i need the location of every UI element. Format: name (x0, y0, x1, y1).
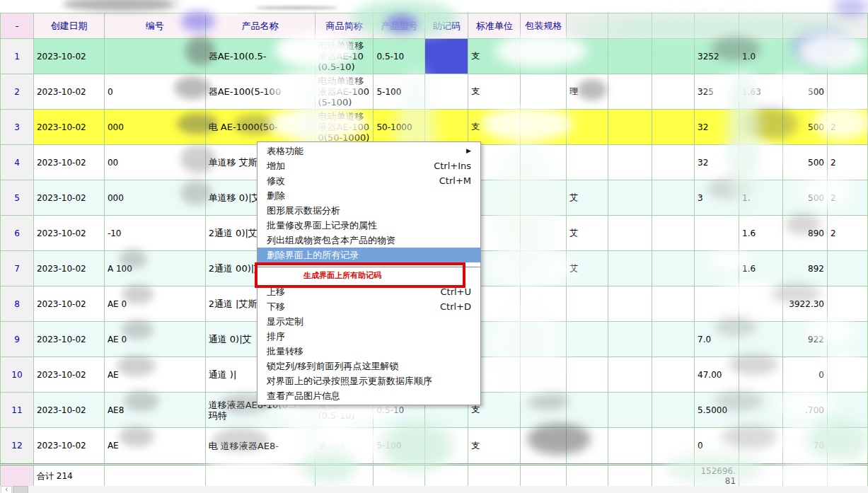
cell-u1[interactable] (567, 39, 608, 74)
cell-code[interactable]: AE (104, 428, 205, 465)
cell-code[interactable]: AE 0 (104, 322, 205, 357)
cell-pack[interactable] (521, 322, 567, 357)
cell-mnemonic[interactable] (425, 74, 468, 110)
cell-u3[interactable] (652, 180, 695, 216)
cell-v2[interactable] (739, 393, 783, 428)
cell-v2[interactable]: 1.0 (739, 39, 783, 74)
context-menu-item-table-functions[interactable]: 表格功能▶ (257, 144, 480, 158)
cell-v2[interactable] (739, 428, 783, 465)
cell-v3[interactable]: 500 (782, 110, 827, 145)
context-menu-item-list-materials[interactable]: 列出组成物资包含本产品的物资 (257, 233, 480, 248)
column-header-v1[interactable] (695, 13, 739, 39)
cell-v1[interactable]: 325 (695, 74, 739, 110)
cell-u2[interactable] (608, 145, 652, 180)
cell-date[interactable]: 2023-10-02 (33, 428, 104, 465)
cell-code[interactable]: 00 (104, 145, 205, 180)
cell-date[interactable]: 2023-10-02 (33, 74, 104, 110)
cell-code[interactable]: AE (104, 357, 205, 393)
cell-model[interactable]: 50-1000 (374, 110, 425, 145)
cell-pack[interactable] (521, 180, 567, 216)
cell-date[interactable]: 2023-10-02 (33, 216, 104, 251)
context-menu-item-move-down[interactable]: 下移Ctrl+D (257, 299, 480, 314)
context-menu-item-generate-mnemonics[interactable]: 生成界面上所有助记码 (257, 267, 480, 284)
cell-v3[interactable]: 500 (782, 74, 827, 110)
cell-v4[interactable] (827, 74, 867, 110)
cell-pack[interactable] (521, 39, 567, 74)
cell-u3[interactable] (652, 357, 695, 393)
cell-pack[interactable] (521, 428, 567, 465)
cell-u2[interactable] (608, 74, 652, 110)
cell-num[interactable]: 1 (1, 39, 34, 74)
cell-v4[interactable] (827, 39, 867, 74)
cell-v2[interactable]: 1.63 (739, 74, 783, 110)
cell-num[interactable]: 12 (1, 428, 34, 465)
cell-u3[interactable] (652, 110, 695, 145)
cell-v3[interactable] (782, 39, 827, 74)
cell-u3[interactable] (652, 216, 695, 251)
cell-v4[interactable] (827, 251, 867, 286)
cell-u2[interactable] (608, 110, 652, 145)
column-header-short_name[interactable]: 商品简称 (315, 13, 374, 39)
cell-name[interactable]: 器AE-10(0.5- (205, 39, 315, 74)
cell-u2[interactable] (608, 357, 652, 393)
column-header-date[interactable]: 创建日期 (33, 13, 104, 39)
column-header-pack[interactable]: 包装规格 (521, 13, 567, 39)
context-menu-item-delete[interactable]: 删除 (257, 188, 480, 203)
column-header-unit[interactable]: 标准单位 (468, 13, 521, 39)
context-menu-item-display-custom[interactable]: 显示定制 (257, 314, 480, 329)
column-header-model[interactable]: 产品型号 (374, 13, 425, 39)
scroll-thumb[interactable] (13, 486, 28, 493)
cell-v4[interactable] (827, 428, 867, 465)
cell-v1[interactable] (695, 251, 739, 286)
context-menu-item-lock-column[interactable]: 锁定列/移到前面列再点这里解锁 (257, 359, 480, 373)
cell-v3[interactable]: .700 (782, 393, 827, 428)
context-menu-item-modify[interactable]: 修改Ctrl+M (257, 173, 480, 188)
cell-date[interactable]: 2023-10-02 (33, 286, 104, 322)
column-header-u2[interactable] (608, 13, 652, 39)
cell-u3[interactable] (652, 39, 695, 74)
cell-u1[interactable] (567, 322, 608, 357)
cell-u3[interactable] (652, 322, 695, 357)
context-menu-item-batch-modify[interactable]: 批量修改界面上记录的属性 (257, 218, 480, 233)
cell-u1[interactable] (567, 428, 608, 465)
cell-date[interactable]: 2023-10-02 (33, 145, 104, 180)
cell-u2[interactable] (608, 322, 652, 357)
cell-v2[interactable] (739, 110, 783, 145)
cell-u3[interactable] (652, 393, 695, 428)
cell-num[interactable]: 11 (1, 393, 34, 428)
cell-code[interactable]: 0 (104, 74, 205, 110)
context-menu-item-update-db-order[interactable]: 对界面上的记录按照显示更新数据库顺序 (257, 373, 480, 388)
cell-num[interactable]: 9 (1, 322, 34, 357)
cell-v4[interactable] (827, 357, 867, 393)
cell-v4[interactable] (827, 393, 867, 428)
cell-code[interactable]: 000 (104, 110, 205, 145)
cell-v2[interactable] (739, 357, 783, 393)
cell-v2[interactable]: 1. (739, 180, 783, 216)
cell-v1[interactable]: 5.5000 (695, 393, 739, 428)
context-menu-item-batch-transfer[interactable]: 批量转移 (257, 344, 480, 359)
column-header-num[interactable]: - (1, 13, 34, 39)
cell-short_name[interactable]: 通道移 (315, 428, 374, 465)
cell-mnemonic[interactable] (425, 428, 468, 465)
column-header-name[interactable]: 产品名称 (205, 13, 315, 39)
cell-num[interactable]: 5 (1, 180, 34, 216)
context-menu-item-add[interactable]: 增加Ctrl+Ins (257, 158, 480, 173)
cell-u3[interactable] (652, 145, 695, 180)
cell-u3[interactable] (652, 428, 695, 465)
cell-u1[interactable] (567, 357, 608, 393)
cell-short_name[interactable]: 电动单道移液器AE-1000(50-1000) (315, 110, 374, 145)
cell-u2[interactable] (608, 39, 652, 74)
cell-date[interactable]: 2023-10-02 (33, 251, 104, 286)
cell-u2[interactable] (608, 251, 652, 286)
cell-model[interactable]: 0.5-10 (374, 39, 425, 74)
cell-pack[interactable] (521, 145, 567, 180)
selected-cell-mnemonic[interactable] (425, 39, 468, 74)
cell-v1[interactable]: 7.0 (695, 322, 739, 357)
cell-date[interactable]: 2023-10-02 (33, 322, 104, 357)
cell-u3[interactable] (652, 286, 695, 322)
cell-code[interactable]: AE8 (104, 393, 205, 428)
cell-date[interactable]: 2023-10-02 (33, 357, 104, 393)
cell-u1[interactable] (567, 286, 608, 322)
cell-v1[interactable]: 32 (695, 145, 739, 180)
cell-short_name[interactable]: 电动单道移液器AE-10(0.5-10) (315, 39, 374, 74)
